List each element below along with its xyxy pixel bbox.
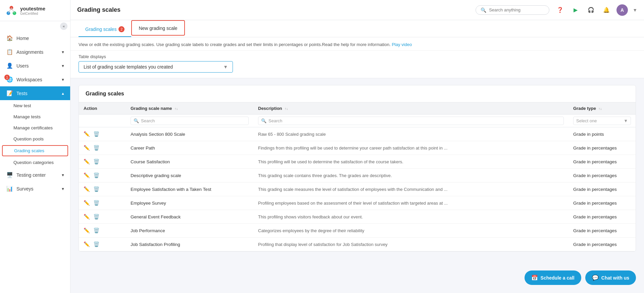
info-bar: View or edit the existing grading scales… — [70, 37, 644, 51]
row7-edit-icon[interactable]: ✏️ — [84, 214, 90, 220]
row7-desc: This profiling shows visitors feedback a… — [253, 210, 568, 224]
chat-icon: 💬 — [592, 275, 599, 281]
schedule-call-button[interactable]: 📅 Schedule a call — [525, 270, 581, 285]
new-test-label: New test — [13, 103, 31, 108]
row8-actions: ✏️ 🗑️ — [79, 224, 126, 238]
main-area: Grading scales 🔍 ❓ ▶ 🎧 🔔 A ▼ — [70, 0, 644, 293]
col-name[interactable]: Grading scale name ↑↓ — [126, 102, 253, 115]
search-icon: 🔍 — [481, 7, 486, 13]
col-description[interactable]: Description ↑↓ — [253, 102, 568, 115]
table-row: ✏️ 🗑️ Career Path Findings from this pro… — [79, 141, 636, 155]
user-dropdown-arrow[interactable]: ▼ — [633, 7, 637, 13]
table-row: ✏️ 🗑️ General Event Feedback This profil… — [79, 210, 636, 224]
row6-type: Grade in percentages — [568, 196, 636, 210]
sidebar-item-testing-center-label: Testing center — [16, 172, 46, 178]
row3-delete-icon[interactable]: 🗑️ — [93, 159, 100, 165]
search-input[interactable] — [489, 7, 543, 12]
row1-edit-icon[interactable]: ✏️ — [84, 131, 90, 137]
sidebar-item-tests[interactable]: 📝 Tests ▲ — [0, 86, 70, 100]
table-row: ✏️ 🗑️ Descriptive grading scale This gra… — [79, 169, 636, 182]
table-row: ✏️ 🗑️ Course Satisfaction This profiling… — [79, 155, 636, 169]
row9-edit-icon[interactable]: ✏️ — [84, 241, 90, 247]
name-search-placeholder: Search — [141, 118, 155, 123]
row5-delete-icon[interactable]: 🗑️ — [93, 186, 100, 192]
avatar-initials: A — [621, 7, 624, 13]
sidebar-item-new-test[interactable]: New test — [0, 100, 70, 111]
testing-center-icon: 🖥️ — [6, 172, 13, 178]
sidebar-item-question-categories[interactable]: Question categories — [0, 157, 70, 168]
dropdown-selected-value: List of grading scale templates you crea… — [84, 64, 173, 70]
manage-certificates-label: Manage certificates — [13, 125, 53, 130]
table-displays-section: Table displays List of grading scale tem… — [70, 51, 644, 78]
col-grade-type[interactable]: Grade type ↑↓ — [568, 102, 636, 115]
row6-edit-icon[interactable]: ✏️ — [84, 200, 90, 206]
row8-delete-icon[interactable]: 🗑️ — [93, 227, 100, 234]
chat-with-us-button[interactable]: 💬 Chat with us — [585, 270, 636, 285]
users-arrow: ▼ — [61, 64, 65, 68]
row5-type: Grade in percentages — [568, 182, 636, 196]
desc-search-icon: 🔍 — [261, 118, 266, 123]
row2-edit-icon[interactable]: ✏️ — [84, 145, 90, 151]
row1-delete-icon[interactable]: 🗑️ — [93, 131, 100, 137]
desc-search-placeholder: Search — [268, 118, 282, 123]
sidebar-item-manage-tests[interactable]: Manage tests — [0, 111, 70, 122]
name-search-input[interactable]: 🔍 Search — [131, 117, 249, 125]
sidebar-item-assignments[interactable]: 📋 Assignments ▼ — [0, 45, 70, 59]
sidebar-item-grading-scales[interactable]: Grading scales — [2, 145, 68, 156]
tab-grading-scales-label: Grading scales — [85, 27, 116, 32]
play-button[interactable]: ▶ — [570, 5, 581, 15]
row3-edit-icon[interactable]: ✏️ — [84, 159, 90, 165]
row6-delete-icon[interactable]: 🗑️ — [93, 200, 100, 206]
brand-name: youtestme — [20, 6, 45, 12]
row1-actions: ✏️ 🗑️ — [79, 127, 126, 141]
notifications-button[interactable]: 🔔 — [601, 5, 612, 15]
row5-edit-icon[interactable]: ✏️ — [84, 186, 90, 192]
help-icon: ❓ — [557, 7, 563, 13]
table-search-row: 🔍 Search 🔍 Search Sele — [79, 115, 636, 127]
row9-delete-icon[interactable]: 🗑️ — [93, 241, 100, 247]
tests-arrow: ▲ — [61, 91, 65, 95]
play-video-link[interactable]: Play video — [392, 42, 412, 47]
row8-desc: Categorizes employees by the degree of t… — [253, 224, 568, 238]
row5-name: Employee Satisfaction with a Taken Test — [126, 182, 253, 196]
sidebar-collapse-bar: « — [0, 21, 70, 31]
sidebar-item-question-pools[interactable]: Question pools — [0, 133, 70, 144]
row4-actions: ✏️ 🗑️ — [79, 169, 126, 182]
help-button[interactable]: ❓ — [555, 5, 565, 15]
sidebar-item-workspaces[interactable]: 1 🌐 Workspaces ▼ — [0, 73, 70, 86]
search-desc-cell: 🔍 Search — [253, 115, 568, 127]
headset-icon: 🎧 — [588, 7, 594, 13]
sidebar-item-testing-center[interactable]: 🖥️ Testing center ▼ — [0, 168, 70, 182]
table-row: ✏️ 🗑️ Analysis Section 800 Scale Raw 65 … — [79, 127, 636, 141]
grading-section-title: Grading scales — [79, 85, 636, 102]
sidebar-item-assignments-label: Assignments — [16, 49, 43, 55]
row4-delete-icon[interactable]: 🗑️ — [93, 172, 100, 178]
row6-name: Employee Survey — [126, 196, 253, 210]
row2-desc: Findings from this profiling will be use… — [253, 141, 568, 155]
tab-grading-scales[interactable]: Grading scales 2 — [79, 22, 131, 37]
desc-search-input[interactable]: 🔍 Search — [258, 117, 564, 125]
sidebar-item-home[interactable]: 🏠 Home — [0, 31, 70, 45]
row3-type: Grade in percentages — [568, 155, 636, 169]
sidebar-item-surveys[interactable]: 📊 Surveys ▼ — [0, 182, 70, 196]
collapse-button[interactable]: « — [60, 23, 67, 30]
sidebar-nav: 🏠 Home 📋 Assignments ▼ 👤 Users ▼ 1 🌐 Wor… — [0, 31, 70, 293]
row9-desc: Profiling that display level of satisfac… — [253, 238, 568, 251]
users-icon: 👤 — [6, 62, 13, 69]
row8-edit-icon[interactable]: ✏️ — [84, 227, 90, 234]
row7-delete-icon[interactable]: 🗑️ — [93, 214, 100, 220]
table-displays-dropdown[interactable]: List of grading scale templates you crea… — [79, 61, 233, 73]
bell-icon: 🔔 — [603, 7, 610, 13]
headset-button[interactable]: 🎧 — [586, 5, 596, 15]
row2-delete-icon[interactable]: 🗑️ — [93, 145, 100, 151]
sidebar-item-users[interactable]: 👤 Users ▼ — [0, 59, 70, 73]
sidebar-item-manage-certificates[interactable]: Manage certificates — [0, 122, 70, 133]
user-avatar[interactable]: A — [616, 4, 628, 16]
search-bar[interactable]: 🔍 — [476, 5, 549, 15]
row9-name: Job Satisfaction Profiling — [126, 238, 253, 251]
grade-type-select[interactable]: Select one ▼ — [573, 117, 631, 125]
workspaces-badge: 1 — [4, 75, 10, 80]
tab-new-grading-scale[interactable]: New grading scale — [131, 20, 185, 36]
row4-edit-icon[interactable]: ✏️ — [84, 172, 90, 178]
surveys-icon: 📊 — [6, 185, 13, 192]
